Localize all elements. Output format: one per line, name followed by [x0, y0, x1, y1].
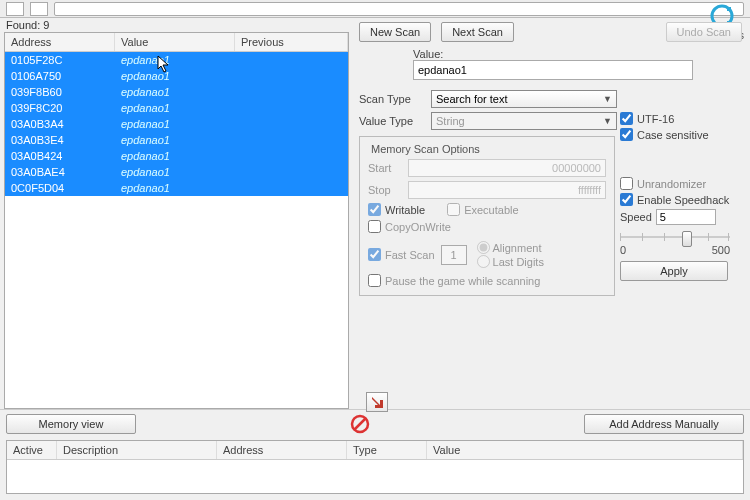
cell-value: epdanao1 [115, 148, 235, 164]
unrandomizer-checkbox[interactable]: Unrandomizer [620, 177, 740, 190]
cell-previous [235, 148, 348, 164]
cell-previous [235, 132, 348, 148]
speed-slider[interactable]: 0500 [620, 230, 730, 256]
col-header-previous[interactable]: Previous [235, 33, 348, 51]
cell-address: 0105F28C [5, 52, 115, 68]
utf16-checkbox[interactable]: UTF-16 [620, 112, 740, 125]
speedhack-checkbox[interactable]: Enable Speedhack [620, 193, 740, 206]
table-row[interactable]: 0106A750epdanao1 [5, 68, 348, 84]
results-table[interactable]: Address Value Previous 0105F28Cepdanao10… [4, 32, 349, 409]
cell-address: 03A0B3E4 [5, 132, 115, 148]
col-active[interactable]: Active [7, 441, 57, 459]
cell-previous [235, 180, 348, 196]
table-row[interactable]: 03A0B3E4epdanao1 [5, 132, 348, 148]
speed-input[interactable] [656, 209, 716, 225]
undo-scan-button: Undo Scan [666, 22, 742, 42]
add-address-manually-button[interactable]: Add Address Manually [584, 414, 744, 434]
memory-options-legend: Memory Scan Options [368, 143, 483, 155]
table-row[interactable]: 0C0F5D04epdanao1 [5, 180, 348, 196]
scan-type-combo[interactable]: Search for text▼ [431, 90, 617, 108]
lastdigits-radio[interactable]: Last Digits [477, 255, 544, 268]
new-scan-button[interactable]: New Scan [359, 22, 431, 42]
col-description[interactable]: Description [57, 441, 217, 459]
table-row[interactable]: 03A0BAE4epdanao1 [5, 164, 348, 180]
cell-value: epdanao1 [115, 116, 235, 132]
start-input [408, 159, 606, 177]
chevron-down-icon: ▼ [603, 116, 612, 126]
table-row[interactable]: 0105F28Cepdanao1 [5, 52, 348, 68]
found-count: Found: 9 [0, 18, 353, 32]
cell-address: 0C0F5D04 [5, 180, 115, 196]
cell-address: 03A0B424 [5, 148, 115, 164]
stop-input [408, 181, 606, 199]
copyonwrite-checkbox[interactable]: CopyOnWrite [368, 220, 451, 233]
table-row[interactable]: 039F8C20epdanao1 [5, 100, 348, 116]
cell-value: epdanao1 [115, 180, 235, 196]
col-header-value[interactable]: Value [115, 33, 235, 51]
cell-previous [235, 116, 348, 132]
no-entry-icon[interactable] [349, 413, 371, 435]
alignment-radio[interactable]: Alignment [477, 241, 544, 254]
cell-value: epdanao1 [115, 164, 235, 180]
arrow-down-right-icon [370, 395, 384, 409]
col-header-address[interactable]: Address [5, 33, 115, 51]
value-type-label: Value Type [359, 115, 425, 127]
col-type[interactable]: Type [347, 441, 427, 459]
value-label: Value: [413, 48, 742, 60]
cell-address: 0106A750 [5, 68, 115, 84]
progress-bar [54, 2, 744, 16]
toolbar-icon-2[interactable] [30, 2, 48, 16]
value-type-combo: String▼ [431, 112, 617, 130]
cell-previous [235, 100, 348, 116]
cell-previous [235, 52, 348, 68]
table-row[interactable]: 039F8B60epdanao1 [5, 84, 348, 100]
cell-previous [235, 68, 348, 84]
fastscan-value [441, 245, 467, 265]
speed-label: Speed [620, 211, 652, 223]
col-value[interactable]: Value [427, 441, 743, 459]
pause-checkbox[interactable]: Pause the game while scanning [368, 274, 540, 287]
apply-button[interactable]: Apply [620, 261, 728, 281]
next-scan-button[interactable]: Next Scan [441, 22, 514, 42]
fastscan-checkbox[interactable]: Fast Scan [368, 248, 435, 261]
writable-checkbox[interactable]: Writable [368, 203, 425, 216]
svg-line-4 [354, 418, 366, 430]
cell-address: 039F8B60 [5, 84, 115, 100]
cell-value: epdanao1 [115, 100, 235, 116]
executable-checkbox[interactable]: Executable [447, 203, 518, 216]
cell-previous [235, 164, 348, 180]
cell-value: epdanao1 [115, 132, 235, 148]
case-checkbox[interactable]: Case sensitive [620, 128, 740, 141]
scan-type-label: Scan Type [359, 93, 425, 105]
value-input[interactable] [413, 60, 693, 80]
stop-label: Stop [368, 184, 402, 196]
add-to-list-button[interactable] [366, 392, 388, 412]
table-row[interactable]: 03A0B424epdanao1 [5, 148, 348, 164]
cell-value: epdanao1 [115, 84, 235, 100]
cell-previous [235, 84, 348, 100]
toolbar-icon-1[interactable] [6, 2, 24, 16]
cell-value: epdanao1 [115, 68, 235, 84]
table-row[interactable]: 03A0B3A4epdanao1 [5, 116, 348, 132]
cell-address: 039F8C20 [5, 100, 115, 116]
start-label: Start [368, 162, 402, 174]
col-address[interactable]: Address [217, 441, 347, 459]
svg-rect-1 [727, 7, 731, 11]
cell-value: epdanao1 [115, 52, 235, 68]
memory-view-button[interactable]: Memory view [6, 414, 136, 434]
cell-address: 03A0B3A4 [5, 116, 115, 132]
cell-address: 03A0BAE4 [5, 164, 115, 180]
chevron-down-icon: ▼ [603, 94, 612, 104]
address-list[interactable]: Active Description Address Type Value [6, 440, 744, 494]
